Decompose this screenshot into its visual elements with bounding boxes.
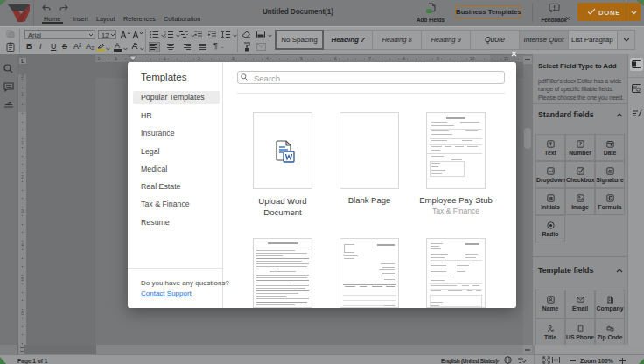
svg-text:ab: ab	[518, 356, 523, 361]
